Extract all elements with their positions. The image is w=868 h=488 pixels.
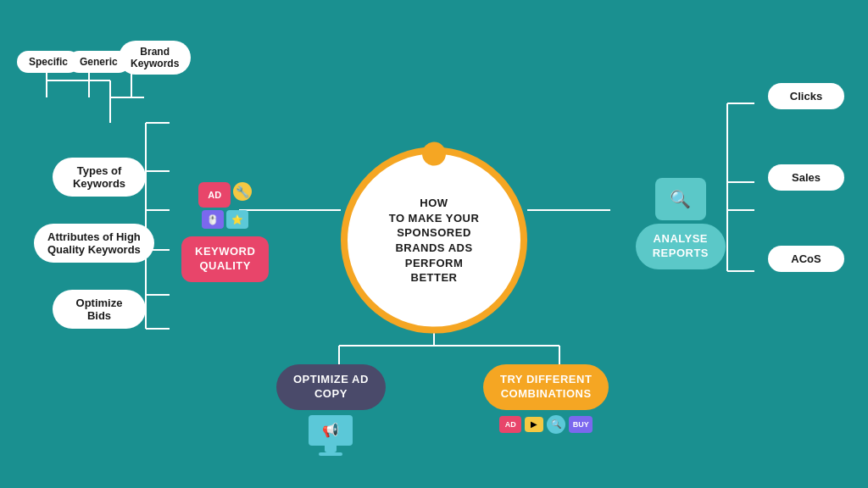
analyse-icon: 🔍 bbox=[655, 178, 706, 220]
sales-node: Sales bbox=[768, 164, 844, 191]
optimize-ad-copy-node: OPTIMIZE AD COPY 📢 bbox=[276, 364, 386, 456]
try-different-node: TRY DIFFERENT COMBINATIONS AD ▶ 🔍 BUY bbox=[483, 364, 609, 434]
center-title: HOW TO MAKE YOUR SPONSORED BRANDS ADS PE… bbox=[389, 196, 480, 285]
types-of-keywords-node: Types of Keywords bbox=[53, 158, 146, 197]
center-circle: HOW TO MAKE YOUR SPONSORED BRANDS ADS PE… bbox=[341, 147, 527, 334]
combo-icons: AD ▶ 🔍 BUY bbox=[499, 415, 593, 434]
gold-dot bbox=[422, 142, 446, 166]
acos-node: ACoS bbox=[768, 246, 844, 272]
wrench-icon: 🔧 bbox=[233, 182, 252, 201]
cursor-icon: 🖱️ bbox=[202, 210, 224, 229]
optimize-bids-node: Optimize Bids bbox=[53, 290, 146, 329]
star-icon: ⭐ bbox=[226, 210, 248, 229]
analyse-reports-box: ANALYSE REPORTS bbox=[636, 224, 726, 269]
monitor-icon: 📢 bbox=[309, 415, 353, 456]
brand-keywords-node: Brand Keywords bbox=[119, 41, 191, 75]
analyse-reports-node: 🔍 ANALYSE REPORTS bbox=[636, 178, 726, 269]
attributes-node: Attributes of High Quality Keywords bbox=[34, 224, 154, 263]
keyword-quality-node: AD 🔧 🖱️ ⭐ KEYWORD QUALITY bbox=[181, 178, 269, 282]
ad-label: AD bbox=[198, 182, 231, 208]
clicks-node: Clicks bbox=[768, 83, 844, 109]
ad-icon: AD 🔧 🖱️ ⭐ bbox=[196, 178, 255, 233]
optimize-ad-copy-box: OPTIMIZE AD COPY bbox=[276, 364, 386, 410]
try-different-box: TRY DIFFERENT COMBINATIONS bbox=[483, 364, 609, 410]
keyword-quality-box: KEYWORD QUALITY bbox=[181, 236, 269, 282]
